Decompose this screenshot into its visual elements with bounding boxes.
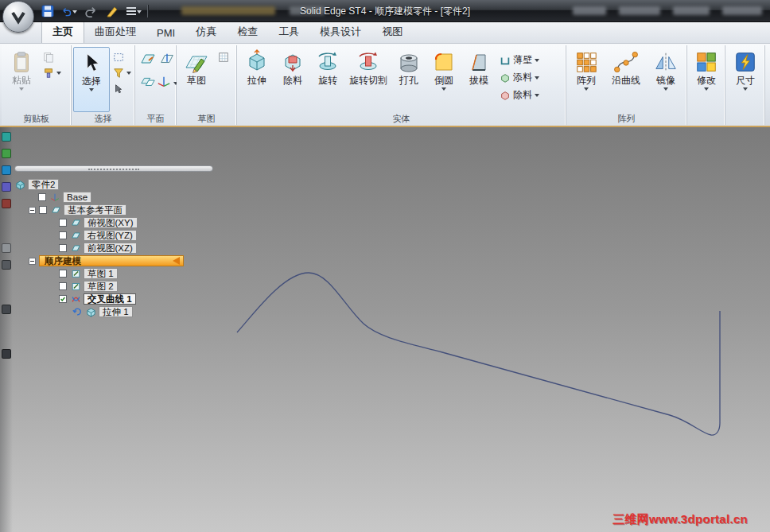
ribbon-group-pattern: 阵列 沿曲线 — [566, 45, 687, 125]
edgebar-pathfinder-tab-icon[interactable] — [2, 260, 11, 270]
remove-material-caret[interactable] — [535, 94, 539, 97]
save-icon — [41, 5, 54, 17]
undo-button[interactable] — [61, 3, 77, 19]
thin-wall-icon — [499, 54, 511, 66]
add-material-icon — [499, 72, 511, 83]
sketch-button[interactable]: 草图 — [178, 47, 215, 112]
ref-planes-expander[interactable] — [29, 207, 36, 214]
front-view-checkbox[interactable] — [59, 244, 67, 252]
dimension-button[interactable]: 尺寸 — [728, 47, 763, 112]
hole-button[interactable]: 打孔 — [391, 47, 426, 112]
base-checkbox[interactable] — [38, 193, 46, 201]
sketch-1-checkbox[interactable] — [59, 270, 67, 278]
tab-home[interactable]: 主页 — [41, 21, 84, 43]
edgebar-sensor-icon[interactable] — [2, 243, 11, 253]
tree-row-extrude-1[interactable]: 拉伸 1 — [72, 306, 229, 317]
revolved-cut-button[interactable]: 旋转切割 — [345, 47, 391, 112]
edgebar-selection-tab-icon[interactable] — [2, 305, 11, 314]
sequential-highlight-bar[interactable]: 顺序建模 — [39, 255, 184, 266]
checkmark-icon — [60, 295, 66, 303]
copy-icon[interactable] — [42, 51, 54, 63]
paste-button[interactable]: 粘贴 — [3, 47, 40, 112]
tree-row-right-view[interactable]: 右视图(YZ) — [59, 230, 229, 241]
thin-wall-caret[interactable] — [535, 59, 539, 62]
tab-inspect[interactable]: 检查 — [227, 21, 268, 43]
tree-row-sketch-2[interactable]: 草图 2 — [59, 281, 229, 292]
ref-planes-checkbox[interactable] — [39, 206, 47, 214]
customize-caret[interactable] — [137, 10, 142, 14]
redacted-titlebar-text-right — [573, 6, 762, 15]
edgebar-layers-icon[interactable] — [2, 165, 11, 175]
round-button[interactable]: 倒圆 — [426, 47, 461, 112]
ribbon-tab-row: 主页 曲面处理 PMI 仿真 检查 工具 模具设计 视图 — [0, 22, 770, 44]
pencil-icon — [106, 5, 119, 17]
deselect-icon[interactable] — [112, 83, 124, 95]
sequential-expander[interactable] — [29, 258, 36, 265]
tree-row-sketch-1[interactable]: 草图 1 — [59, 268, 229, 279]
edgebar-options-icon[interactable] — [2, 349, 11, 359]
edgebar-family-icon[interactable] — [2, 182, 11, 192]
select-filter-caret[interactable] — [126, 72, 131, 75]
format-painter-caret[interactable] — [56, 72, 61, 75]
select-box-icon[interactable] — [112, 51, 124, 63]
redacted-text — [619, 6, 660, 15]
ribbon: 粘贴 — [0, 44, 770, 126]
select-button[interactable]: 选择 — [73, 47, 110, 112]
undo-dropdown-caret[interactable] — [72, 10, 77, 14]
revolve-button[interactable]: 旋转 — [310, 47, 345, 112]
sketch-2-checkbox[interactable] — [59, 282, 67, 290]
tab-surfacing[interactable]: 曲面处理 — [84, 21, 146, 43]
cross-curve-checkbox[interactable] — [59, 295, 67, 303]
tree-row-ref-planes[interactable]: 基本参考平面 — [29, 204, 229, 216]
plane-normal-icon[interactable] — [159, 51, 175, 70]
group-label-clipboard: 剪贴板 — [2, 112, 71, 125]
modeling-canvas[interactable]: 零件2 Base 基本参考平面 — [0, 127, 770, 532]
tab-simulation[interactable]: 仿真 — [185, 21, 227, 43]
select-filter-icon[interactable] — [112, 67, 124, 79]
pathfinder-grip[interactable] — [14, 165, 213, 172]
top-view-checkbox[interactable] — [59, 219, 67, 227]
add-material-flyout[interactable]: 添料 — [499, 71, 539, 84]
coordinate-system-control[interactable] — [157, 75, 178, 91]
more-planes-icon[interactable] — [140, 73, 156, 92]
edgebar-playback-icon[interactable] — [2, 199, 11, 208]
application-button[interactable] — [2, 1, 34, 33]
along-curve-button[interactable]: 沿曲线 — [605, 47, 648, 112]
remove-material-flyout[interactable]: 除料 — [499, 88, 539, 102]
redo-button[interactable] — [83, 3, 99, 19]
save-button[interactable] — [40, 3, 56, 19]
tab-tools[interactable]: 工具 — [268, 21, 309, 43]
sketch-grid-icon[interactable] — [217, 51, 229, 63]
tree-row-cross-curve-1[interactable]: 交叉曲线 1 — [59, 293, 229, 305]
thin-wall-flyout[interactable]: 薄壁 — [499, 53, 539, 67]
tree-row-base[interactable]: Base — [38, 192, 229, 203]
coincident-plane-icon[interactable] — [139, 50, 157, 71]
extrude-button[interactable]: 拉伸 — [239, 47, 275, 112]
base-coordinate-icon — [49, 192, 60, 203]
mirror-button[interactable]: 镜像 — [648, 47, 684, 112]
solid-edge-window: Solid Edge ST4 - 顺序建模零件 - [零件2] 主页 曲面处理 … — [0, 0, 770, 532]
coordinate-system-icon — [157, 75, 171, 91]
style-button[interactable] — [104, 3, 120, 19]
edgebar-tool-icon[interactable] — [2, 132, 11, 142]
right-view-checkbox[interactable] — [59, 231, 67, 239]
redacted-text — [673, 6, 710, 15]
modify-button[interactable]: 修改 — [689, 47, 724, 112]
tree-row-part2[interactable]: 零件2 — [14, 179, 229, 190]
edgebar-library-icon[interactable] — [2, 149, 11, 158]
plane-yz-icon — [70, 231, 81, 241]
extrude-feature-icon — [85, 307, 96, 317]
draft-button[interactable]: 拔模 — [461, 47, 496, 112]
tree-row-sequential-modeling[interactable]: 顺序建模 — [29, 255, 229, 266]
tab-mold-design[interactable]: 模具设计 — [309, 21, 371, 43]
format-painter-icon[interactable] — [42, 67, 54, 79]
tree-row-front-view[interactable]: 前视图(XZ) — [59, 243, 229, 254]
tab-pmi[interactable]: PMI — [146, 24, 185, 43]
cut-button[interactable]: 除料 — [275, 47, 310, 112]
toolbar-separator — [147, 5, 148, 17]
tab-view[interactable]: 视图 — [371, 21, 413, 43]
tree-row-top-view[interactable]: 俯视图(XY) — [59, 217, 229, 228]
add-material-caret[interactable] — [535, 76, 539, 80]
customize-menu-button[interactable] — [126, 3, 142, 19]
pattern-button[interactable]: 阵列 — [568, 47, 605, 112]
